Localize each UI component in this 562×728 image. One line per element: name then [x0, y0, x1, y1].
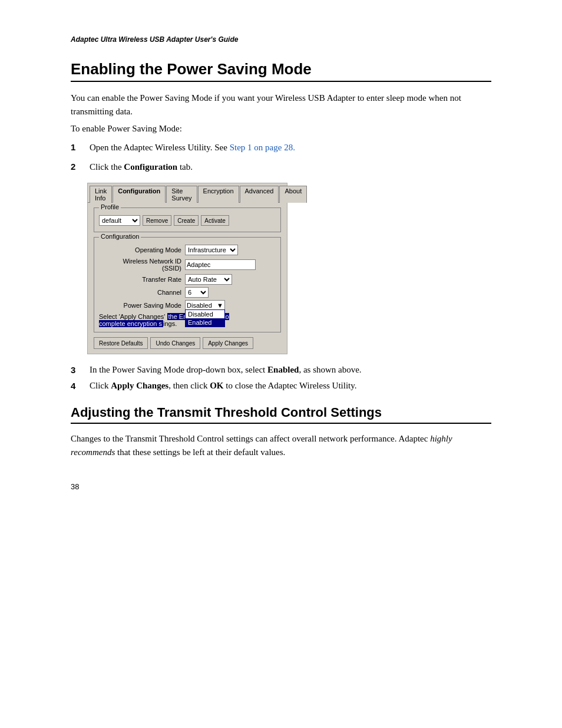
power-saving-row: Power Saving Mode Disabled ▼ Disabled En…	[99, 300, 276, 311]
page-number: 38	[71, 482, 491, 491]
config-group-label: Configuration	[99, 233, 141, 240]
operating-mode-row: Operating Mode Infrastructure	[99, 245, 276, 255]
operating-mode-select[interactable]: Infrastructure	[185, 245, 238, 255]
tab-configuration[interactable]: Configuration	[113, 186, 166, 203]
activate-button[interactable]: Activate	[201, 215, 229, 226]
section1-heading: Enabling the Power Saving Mode	[71, 60, 491, 82]
tab-encryption[interactable]: Encryption	[198, 186, 239, 203]
step-3-number: 3	[71, 365, 87, 375]
profile-row: default Remove Create Activate	[99, 215, 276, 226]
channel-select[interactable]: 6	[185, 287, 209, 298]
power-saving-value: Disabled	[187, 302, 212, 309]
step1-link[interactable]: Step 1 on page 28.	[230, 143, 295, 152]
bottom-buttons-row: Restore Defaults Undo Changes Apply Chan…	[94, 337, 281, 349]
step-3: 3 In the Power Saving Mode drop-down box…	[71, 365, 491, 375]
step-1: 1 Open the Adaptec Wireless Utility. See…	[71, 141, 491, 154]
dropdown-arrow: ▼	[217, 302, 223, 309]
restore-defaults-button[interactable]: Restore Defaults	[94, 337, 148, 349]
step-2-number: 2	[71, 160, 87, 174]
power-saving-dropdown-list: Disabled Enabled	[185, 309, 225, 327]
step-4-number: 4	[71, 381, 87, 391]
section1-intro: You can enable the Power Saving Mode if …	[71, 91, 491, 118]
transfer-rate-label: Transfer Rate	[99, 276, 181, 283]
config-screenshot: Link Info Configuration Site Survey Encr…	[87, 183, 287, 354]
section2-intro: Changes to the Transmit Threshold Contro…	[71, 432, 491, 459]
step-2-bold: Configuration	[124, 162, 177, 172]
section2-heading: Adjusting the Transmit Threshold Control…	[71, 405, 491, 424]
tab-site-survey[interactable]: Site Survey	[166, 186, 197, 203]
tab-about[interactable]: About	[279, 186, 307, 203]
step-1-text: Open the Adaptec Wireless Utility. See S…	[90, 141, 491, 154]
tab-link-info[interactable]: Link Info	[90, 186, 112, 203]
ssid-label: Wireless Network ID(SSID)	[99, 258, 181, 272]
dropdown-disabled[interactable]: Disabled	[186, 310, 224, 318]
profile-select[interactable]: default	[99, 215, 140, 226]
profile-group: Profile default Remove Create Activate	[94, 207, 281, 232]
power-saving-dropdown[interactable]: Disabled ▼ Disabled Enabled	[185, 300, 225, 311]
config-group: Configuration Operating Mode Infrastruct…	[94, 237, 281, 332]
section2-intro-end: that these settings be left at their def…	[115, 447, 285, 457]
ssid-input[interactable]	[185, 259, 256, 270]
ssid-row: Wireless Network ID(SSID)	[99, 258, 276, 272]
channel-label: Channel	[99, 289, 181, 296]
enable-label: To enable Power Saving Mode:	[71, 124, 491, 134]
tab-bar: Link Info Configuration Site Survey Encr…	[88, 183, 287, 203]
create-button[interactable]: Create	[174, 215, 199, 226]
step-1-number: 1	[71, 141, 87, 154]
power-saving-label: Power Saving Mode	[99, 302, 181, 309]
profile-group-label: Profile	[99, 203, 121, 210]
dropdown-enabled[interactable]: Enabled	[186, 318, 224, 327]
screenshot-body: Profile default Remove Create Activate C…	[88, 203, 287, 354]
apply-changes-button[interactable]: Apply Changes	[203, 337, 253, 349]
transfer-rate-row: Transfer Rate Auto Rate	[99, 274, 276, 285]
tab-advanced[interactable]: Advanced	[240, 186, 279, 203]
step-4-text: Click Apply Changes, then click OK to cl…	[90, 381, 491, 391]
channel-row: Channel 6	[99, 287, 276, 298]
step-4: 4 Click Apply Changes, then click OK to …	[71, 381, 491, 391]
operating-mode-label: Operating Mode	[99, 246, 181, 253]
step-2-text: Click the Configuration tab.	[90, 160, 491, 174]
undo-changes-button[interactable]: Undo Changes	[150, 337, 200, 349]
remove-button[interactable]: Remove	[143, 215, 171, 226]
transfer-rate-select[interactable]: Auto Rate	[185, 274, 232, 285]
book-title: Adaptec Ultra Wireless USB Adapter User'…	[71, 35, 491, 44]
step-2: 2 Click the Configuration tab.	[71, 160, 491, 174]
step-3-text: In the Power Saving Mode drop-down box, …	[90, 365, 491, 375]
